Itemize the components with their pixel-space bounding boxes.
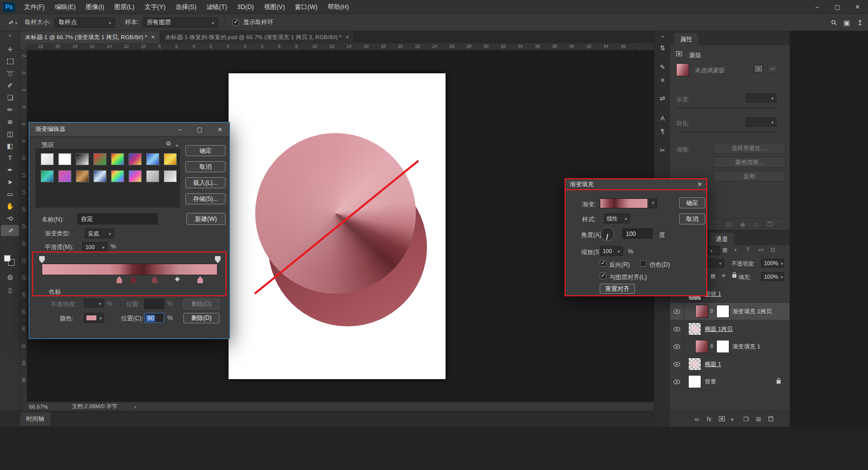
link-layers-icon[interactable]: ∞	[695, 416, 699, 423]
stop-opacity-value[interactable]	[84, 299, 104, 308]
layer-thumbnail[interactable]	[695, 305, 708, 318]
gradient-strip[interactable]	[42, 264, 218, 275]
toolbar-collapse-icon[interactable]: »	[0, 32, 20, 38]
feather-value[interactable]	[745, 118, 777, 127]
document-tab[interactable]: 未标题-1 @ 66.7% (渐变填充 1 拷贝, RGB/8#) *×	[20, 31, 160, 43]
gradient-preset-swatch[interactable]	[164, 170, 177, 182]
layer-row[interactable]: 背景	[670, 373, 790, 391]
quick-selection-tool[interactable]: ✐	[1, 80, 19, 91]
path-selection-tool[interactable]: ➤	[1, 177, 19, 188]
filter-adjustment-icon[interactable]: ◐	[734, 247, 738, 253]
gradient-preset-swatch[interactable]	[76, 170, 89, 182]
menu-item[interactable]: 文字(Y)	[140, 0, 171, 14]
reverse-checkbox[interactable]	[600, 260, 606, 267]
marquee-tool[interactable]	[1, 56, 19, 67]
gradient-preset-swatch[interactable]	[93, 170, 106, 182]
color-stop[interactable]	[197, 276, 203, 283]
filter-kind-select[interactable]	[707, 246, 720, 255]
gradient-preset-swatch[interactable]	[164, 153, 177, 165]
blend-mode-select[interactable]	[707, 259, 724, 268]
menu-item[interactable]: 选择(S)	[170, 0, 201, 14]
layer-mask-thumbnail[interactable]	[716, 305, 729, 318]
ok-button[interactable]: 确定	[679, 197, 705, 208]
filter-pixel-icon[interactable]: ▦	[722, 247, 727, 253]
color-stop[interactable]	[131, 276, 136, 283]
lock-position-icon[interactable]: ✛	[721, 273, 726, 279]
menu-item[interactable]: 滤镜(T)	[201, 0, 232, 14]
search-icon[interactable]: ⚲	[829, 18, 839, 28]
layer-visibility-toggle[interactable]	[670, 320, 684, 338]
color-position-input[interactable]: 90	[144, 313, 164, 323]
apply-mask-icon[interactable]: ◉	[740, 221, 745, 228]
sample-select[interactable]: 所有图层	[143, 18, 218, 28]
layer-row[interactable]: 椭圆 1	[670, 356, 790, 373]
filter-smart-icon[interactable]: ⊡	[771, 247, 775, 253]
eraser-tool[interactable]: ◫	[1, 129, 19, 140]
gradient-preset-swatch[interactable]	[146, 170, 159, 182]
midpoint-marker[interactable]	[174, 276, 180, 282]
type-tool[interactable]: T	[1, 153, 19, 164]
name-input[interactable]: 自定	[77, 213, 158, 224]
foreground-color-chip[interactable]	[4, 255, 11, 262]
select-and-mask-button[interactable]: 选择并遮住 ...	[713, 143, 785, 154]
density-value[interactable]	[745, 93, 777, 102]
lock-transparency-icon[interactable]: ▦	[710, 273, 715, 279]
layer-thumbnail[interactable]	[688, 358, 701, 371]
new-layer-icon[interactable]: ⊞	[756, 416, 761, 423]
toggle-mask-icon[interactable]: ◇	[754, 221, 758, 228]
angle-dial[interactable]	[600, 227, 614, 241]
new-group-icon[interactable]: ❒	[743, 416, 749, 423]
filter-shape-icon[interactable]: ▭	[758, 247, 764, 253]
gear-icon[interactable]: ⚙	[166, 140, 171, 147]
vector-mask-icon[interactable]: ▱	[768, 64, 778, 73]
delete-color-stop-button[interactable]: 删除(D)	[183, 313, 220, 323]
feather-slider[interactable]	[676, 132, 777, 133]
brush-tool[interactable]: ✏	[1, 104, 19, 115]
show-ring-checkbox[interactable]	[233, 19, 239, 26]
add-mask-icon[interactable]	[719, 416, 725, 423]
document-tab[interactable]: 未标题-1-恢复的-恢复的.psd @ 66.7% (渐变填充 1 拷贝 3, …	[160, 31, 355, 43]
layer-effects-icon[interactable]: fx	[707, 416, 711, 423]
gradient-preset-swatch[interactable]	[58, 153, 71, 165]
lasso-tool[interactable]: ➰	[1, 68, 19, 79]
load-button[interactable]: 载入(L)...	[185, 177, 226, 188]
gradient-editor-titlebar[interactable]: 渐变编辑器 – ▢ ✕	[29, 123, 230, 137]
color-range-button[interactable]: 颜色范围...	[713, 157, 785, 168]
menu-item[interactable]: 视图(V)	[259, 0, 290, 14]
status-chevron-icon[interactable]: ›	[134, 404, 136, 410]
tab-close-icon[interactable]: ×	[346, 34, 349, 41]
tab-channels[interactable]: 通道	[710, 233, 734, 245]
sample-size-select[interactable]: 取样点	[55, 18, 115, 28]
layer-thumbnail[interactable]	[688, 375, 701, 388]
gradient-preview-dropdown[interactable]	[649, 198, 657, 208]
eyedropper-tool[interactable]: ✎	[1, 225, 19, 236]
tab-close-icon[interactable]: ×	[151, 34, 155, 41]
stop-position-input[interactable]	[144, 299, 164, 309]
pen-tool[interactable]: ✒	[1, 165, 19, 176]
move-tool[interactable]: ✛	[1, 44, 19, 55]
zoom-level[interactable]: 66.67%	[29, 404, 48, 410]
hand-tool[interactable]: ✋	[1, 201, 19, 212]
tab-timeline[interactable]: 时间轴	[20, 412, 50, 426]
layer-row[interactable]: 椭圆 1拷贝	[670, 320, 790, 338]
dock-paragraph-icon[interactable]: ¶	[655, 128, 671, 135]
invert-button[interactable]: 反相	[713, 171, 785, 182]
zoom-tool[interactable]: ⚲	[1, 213, 19, 224]
layer-thumbnail[interactable]	[695, 340, 708, 353]
color-stop[interactable]	[152, 276, 157, 283]
gradient-preset-swatch[interactable]	[76, 153, 89, 165]
close-icon[interactable]: ✕	[218, 126, 223, 133]
smoothness-value[interactable]: 100	[82, 242, 107, 252]
delete-mask-icon[interactable]	[768, 221, 772, 228]
gradient-preset-swatch[interactable]	[111, 170, 124, 182]
share-icon[interactable]: ↥	[857, 19, 863, 27]
layer-row[interactable]: 8渐变填充 1拷贝	[670, 303, 790, 320]
gradient-preview[interactable]	[600, 198, 648, 208]
filter-type-icon[interactable]: T	[746, 247, 750, 253]
dock-expand-icon[interactable]: «	[655, 33, 671, 39]
new-button[interactable]: 新建(W)	[186, 213, 226, 225]
opacity-value[interactable]: 100%	[761, 259, 784, 268]
delete-layer-icon[interactable]	[769, 416, 773, 423]
adjustment-layer-icon[interactable]: ◐	[731, 416, 734, 423]
save-button[interactable]: 存储(S)...	[185, 193, 226, 204]
